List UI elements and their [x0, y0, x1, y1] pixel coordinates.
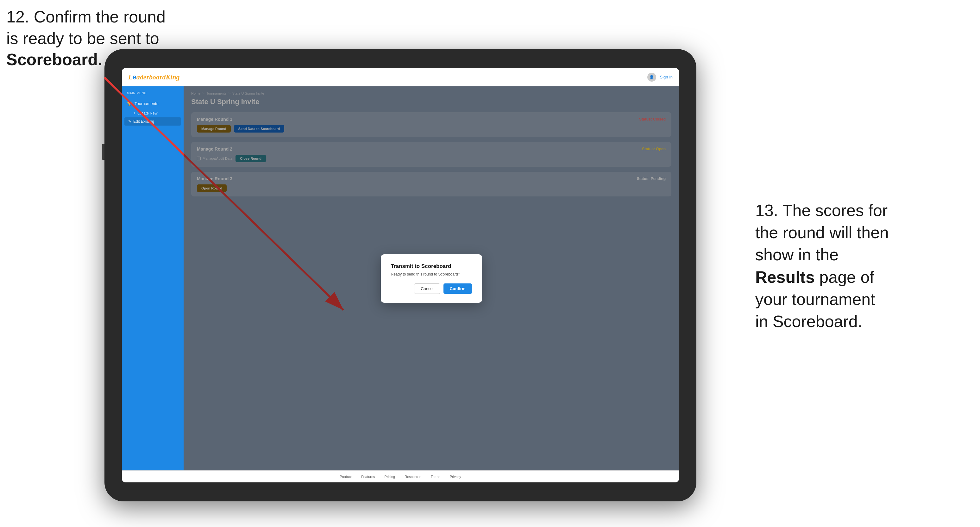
footer-privacy[interactable]: Privacy	[450, 475, 461, 479]
top-nav: LeaderboardKing 👤 Sign In	[122, 68, 679, 86]
avatar-icon: 👤	[649, 75, 654, 79]
sidebar-edit-label: Edit Existing	[133, 119, 154, 124]
logo-script: aderboard	[137, 73, 166, 81]
sidebar-item-tournaments[interactable]: 🏆 Tournaments	[122, 98, 184, 109]
tablet-device: LeaderboardKing 👤 Sign In MAIN MENU 🏆 To…	[105, 49, 696, 502]
logo-king: King	[166, 73, 180, 81]
tablet-side-button	[102, 144, 105, 160]
transmit-dialog: Transmit to Scoreboard Ready to send thi…	[381, 254, 482, 303]
content-area: Home > Tournaments > State U Spring Invi…	[184, 86, 679, 470]
tablet-screen: LeaderboardKing 👤 Sign In MAIN MENU 🏆 To…	[122, 68, 679, 483]
footer: Product Features Pricing Resources Terms…	[122, 470, 679, 483]
annotation-right-text: 13. The scores for the round will then s…	[755, 201, 889, 330]
plus-icon: +	[133, 111, 135, 116]
annotation-line3-bold: Scoreboard.	[6, 50, 102, 69]
footer-product[interactable]: Product	[340, 475, 352, 479]
footer-pricing[interactable]: Pricing	[385, 475, 395, 479]
trophy-icon: 🏆	[127, 101, 132, 106]
footer-resources[interactable]: Resources	[404, 475, 421, 479]
sidebar-create-new[interactable]: + Create New	[122, 109, 184, 117]
annotation-line2: is ready to be sent to	[6, 29, 159, 48]
main-menu-label: MAIN MENU	[122, 91, 184, 95]
main-area: MAIN MENU 🏆 Tournaments + Create New ✎ E…	[122, 86, 679, 470]
annotation-line1: 12. Confirm the round	[6, 8, 165, 26]
sidebar-tournaments-label: Tournaments	[135, 101, 158, 106]
sidebar-create-label: Create New	[137, 111, 158, 116]
logo: LeaderboardKing	[128, 73, 180, 81]
nav-right: 👤 Sign In	[648, 73, 673, 82]
annotation-right: 13. The scores for the round will then s…	[755, 199, 970, 332]
footer-terms[interactable]: Terms	[431, 475, 440, 479]
logo-l: L	[128, 73, 132, 81]
dialog-buttons: Cancel Confirm	[391, 283, 472, 294]
dialog-confirm-btn[interactable]: Confirm	[444, 283, 472, 294]
annotation-top: 12. Confirm the round is ready to be sen…	[6, 6, 165, 71]
dialog-cancel-btn[interactable]: Cancel	[414, 283, 440, 294]
edit-icon: ✎	[128, 119, 131, 124]
dialog-title: Transmit to Scoreboard	[391, 263, 472, 270]
annotation-results-bold: Results	[755, 268, 815, 286]
sidebar: MAIN MENU 🏆 Tournaments + Create New ✎ E…	[122, 86, 184, 470]
sign-in-link[interactable]: Sign In	[660, 75, 673, 79]
logo-text: LeaderboardKing	[128, 73, 180, 81]
avatar: 👤	[648, 73, 656, 82]
footer-features[interactable]: Features	[361, 475, 375, 479]
sidebar-edit-existing[interactable]: ✎ Edit Existing	[124, 117, 181, 125]
dialog-subtitle: Ready to send this round to Scoreboard?	[391, 272, 472, 276]
dialog-overlay: Transmit to Scoreboard Ready to send thi…	[184, 86, 679, 470]
